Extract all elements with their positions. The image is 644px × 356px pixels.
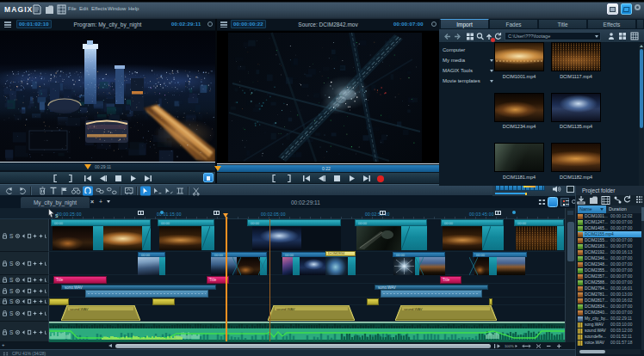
svg-text:sound.WAV: sound.WAV (276, 307, 295, 311)
svg-text:S: S (9, 329, 14, 335)
svg-text:100%: 100% (505, 344, 514, 348)
svg-text:S: S (9, 261, 14, 267)
svg-text:S: S (9, 277, 14, 283)
svg-text:S: S (9, 288, 14, 294)
svg-text:sound.WAV: sound.WAV (70, 307, 89, 311)
svg-text:S: S (9, 233, 14, 239)
svg-text:S: S (9, 298, 14, 304)
svg-text:S: S (9, 310, 14, 316)
svg-text:sound.WAV: sound.WAV (404, 307, 423, 311)
